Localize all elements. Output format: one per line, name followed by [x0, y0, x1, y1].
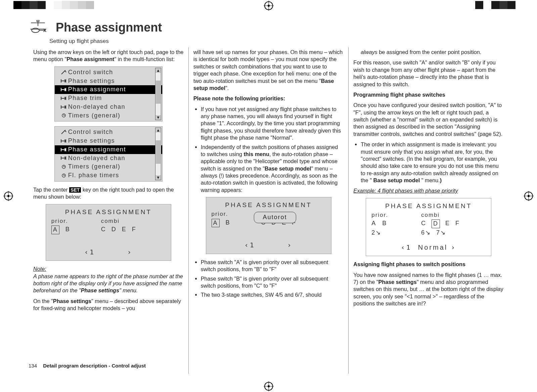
color-swatch	[38, 1, 46, 9]
color-swatch	[86, 1, 94, 9]
menu-item[interactable]: Control switch	[55, 128, 162, 137]
lcd-phase-assignment-1: PHASE ASSIGNMENT prior. combi AB CDEF ‹1…	[46, 204, 171, 261]
color-swatch	[54, 1, 62, 9]
scroll-down-icon[interactable]: ▼	[155, 175, 161, 180]
col3-continuation: always be assigned from the center point…	[361, 49, 504, 56]
menu-item[interactable]: Phase settings	[55, 77, 162, 86]
scrollbar[interactable]: ▲ ▼	[155, 128, 161, 180]
list-item: The order in which assignment is made is…	[361, 141, 504, 184]
registration-mark-icon	[264, 1, 273, 10]
col3-p3: You have now assigned names to the fligh…	[353, 272, 504, 307]
color-swatch	[516, 1, 524, 9]
color-swatch	[78, 1, 86, 9]
list-item: Phase switch "A" is given priority over …	[201, 259, 344, 273]
lcd-letter: A	[51, 226, 59, 234]
page-content: Phase assignment Setting up flight phase…	[29, 18, 508, 374]
page-number: 134	[29, 363, 37, 369]
lcd-phase-assignment-autorot: PHASE ASSIGNMENT prior. combi AB CDEF ‹1…	[206, 197, 331, 254]
menu-item[interactable]: Control switch	[55, 68, 162, 77]
intro-text: Using the arrow keys on the left or righ…	[33, 49, 184, 63]
col3-p1: For this reason, use switch "A" and/or s…	[353, 59, 504, 88]
lcd-title: PHASE ASSIGNMENT	[212, 201, 326, 209]
menu-item-label: Phase settings	[68, 137, 159, 145]
list-item: If you have not yet assigned any flight …	[201, 106, 344, 142]
lcd-letter: B	[382, 219, 387, 228]
priorities-list: If you have not yet assigned any flight …	[193, 106, 344, 194]
page-subtitle: Setting up flight phases	[49, 38, 508, 45]
registration-mark-icon	[524, 192, 533, 200]
color-bars-left	[13, 1, 94, 9]
scrollbar[interactable]: ▲ ▼	[155, 68, 161, 120]
lcd-letter: D	[432, 219, 440, 228]
menu-list-1: Control switchPhase settingsPhase assign…	[54, 66, 163, 122]
menu-item-label: Control switch	[68, 68, 159, 77]
scroll-up-icon[interactable]: ▲	[155, 68, 161, 73]
color-swatch	[475, 1, 483, 9]
lcd-letter: A	[371, 219, 376, 228]
menu-item[interactable]: Phase settings	[55, 137, 162, 145]
tool-icon	[59, 70, 68, 75]
arrow-icon	[59, 79, 68, 83]
arrow-icon	[59, 147, 68, 152]
lcd-letter: C	[101, 226, 106, 234]
menu-item-label: Timers (general)	[68, 112, 159, 120]
scroll-up-icon[interactable]: ▲	[155, 128, 161, 133]
heading-programming: Programming flight phase switches	[353, 91, 504, 98]
menu-item[interactable]: Timers (general)	[55, 111, 162, 120]
menu-item[interactable]: Fl. phase timers	[55, 171, 162, 180]
color-swatch	[13, 1, 21, 9]
color-swatch	[70, 1, 78, 9]
menu-item[interactable]: Non-delayed chan	[55, 154, 162, 163]
color-swatch	[507, 1, 516, 9]
menu-list-2: Control switchPhase settingsPhase assign…	[54, 126, 163, 182]
menu-item[interactable]: Timers (general)	[55, 162, 162, 171]
color-swatch	[491, 1, 499, 9]
lcd-letter: 2↘	[371, 229, 381, 237]
menu-item-label: Timers (general)	[68, 163, 159, 171]
page-title: Phase assignment	[56, 20, 162, 35]
helicopter-icon	[29, 18, 47, 39]
color-swatch	[21, 1, 30, 9]
color-swatch	[30, 1, 38, 9]
registration-mark-icon	[4, 192, 13, 200]
col2-p1: will have set up names for your phases. …	[193, 49, 344, 92]
list-item: Phase switch "B" is given priority over …	[201, 275, 344, 290]
note: Note: A phase name appears to the right …	[33, 265, 184, 294]
menu-item-label: Phase trim	[68, 94, 159, 102]
menu-item-label: Phase assignment	[68, 86, 159, 94]
color-bars-right	[475, 1, 524, 9]
arrow-icon	[59, 96, 68, 101]
menu-item[interactable]: Phase assignment	[55, 85, 162, 94]
clock-icon	[59, 173, 68, 178]
lcd-letter: A	[212, 219, 220, 228]
menu-item-label: Control switch	[68, 128, 159, 136]
lcd-letter: E	[445, 219, 450, 228]
tail-text: On the "Phase settings" menu – described…	[33, 298, 184, 312]
color-swatch	[46, 1, 54, 9]
page-footer: 134 Detail program description - Control…	[29, 363, 146, 369]
heading-assigning: Assigning flight phases to switch positi…	[353, 261, 504, 268]
priority-rules-list: Phase switch "A" is given priority over …	[193, 259, 344, 299]
lcd-letter: E	[122, 226, 127, 234]
lcd-letter: D	[111, 226, 117, 234]
arrow-icon	[59, 87, 68, 92]
footer-section: Detail program description - Control adj…	[43, 363, 146, 369]
lcd-status: ‹1 Normal ›	[371, 243, 486, 252]
set-key-icon: SET	[69, 187, 81, 193]
list-item: The two 3-stage switches, SW 4/5 and 6/7…	[201, 291, 344, 298]
menu-item[interactable]: Phase assignment	[55, 145, 162, 154]
lcd-title: PHASE ASSIGNMENT	[371, 202, 486, 210]
scroll-down-icon[interactable]: ▼	[155, 115, 161, 120]
clock-icon	[59, 113, 68, 118]
list-item: Independently of the switch positions of…	[201, 144, 344, 194]
menu-item[interactable]: Non-delayed chan	[55, 103, 162, 111]
menu-item[interactable]: Phase trim	[55, 94, 162, 103]
color-swatch	[62, 1, 70, 9]
lcd-letter: 6↘	[421, 229, 431, 237]
menu-item-label: Phase settings	[68, 77, 159, 85]
tap-instruction: Tap the center SET key on the right touc…	[33, 186, 184, 201]
example-heading: Example: 4 flight phases with phase prio…	[353, 187, 504, 194]
arrow-icon	[59, 139, 68, 143]
color-swatch	[483, 1, 491, 9]
arrow-icon	[59, 105, 68, 109]
